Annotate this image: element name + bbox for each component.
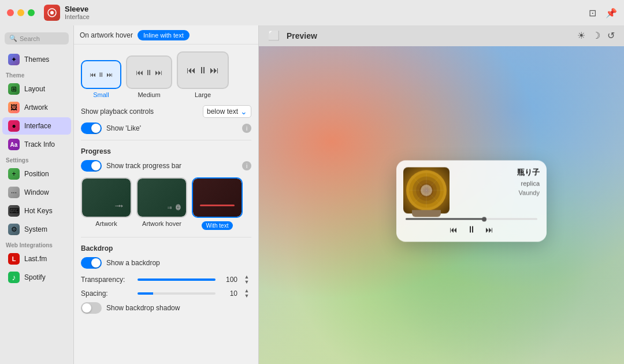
settings-section-label: Settings [0,154,73,165]
inline-with-text-tab[interactable]: Inline with text [138,30,190,40]
transparency-row: Transparency: 100 ▲ ▼ [81,274,251,285]
sidebar-item-themes[interactable]: ✦ Themes [2,51,71,68]
size-large-button[interactable]: ⏮ ⏸ ⏭ [177,51,229,89]
size-medium-button[interactable]: ⏮ ⏸ ⏭ [126,55,172,89]
below-text-dropdown[interactable]: below text ⌄ [203,105,251,118]
track-progress-info-icon[interactable]: i [242,161,251,170]
trackinfo-icon: Aa [8,139,20,150]
position-icon: + [8,168,20,180]
transparency-label: Transparency: [81,276,133,284]
backdrop-shadow-label: Show backdrop shadow [106,304,251,312]
play-pause-button[interactable]: ⏸ [467,224,476,235]
track-progress-label: Show track progress bar [106,162,237,170]
interface-icon: ● [8,120,20,132]
style-artwork-hover-label: Artwork hover [142,220,181,227]
layout-icon: ⊞ [8,83,20,95]
album-art-container [403,167,450,213]
backdrop-shadow-row: Show backdrop shadow [81,302,251,314]
playback-controls-row: Show playback controls below text ⌄ [81,105,251,118]
artwork-icon: 🖼 [8,102,20,113]
album-art [403,167,450,213]
sidebar: 🔍 Search ✦ Themes Theme ⊞ Layout 🖼 Artwo… [0,25,74,364]
moon-icon[interactable]: ☽ [592,30,600,41]
refresh-icon[interactable]: ↺ [607,30,615,41]
show-backdrop-label: Show a backdrop [106,259,251,267]
size-option-large: ⏮ ⏸ ⏭ Large [177,51,229,98]
backdrop-shadow-toggle[interactable] [81,302,102,314]
sidebar-item-interface[interactable]: ● Interface [2,117,71,135]
svg-point-7 [423,187,430,194]
sidebar-item-trackinfo[interactable]: Aa Track Info [2,136,71,153]
style-artwork-label: Artwork [95,220,117,227]
spacing-slider[interactable] [138,292,216,295]
app-title-block: Sleeve Interface [65,5,90,21]
main-content: 🔍 Search ✦ Themes Theme ⊞ Layout 🖼 Artwo… [0,25,624,364]
size-large-label: Large [195,91,211,98]
sun-icon[interactable]: ☀ [577,30,585,41]
hotkeys-icon: ⌨ [8,205,20,217]
style-option-artwork-hover: → ⚙ Artwork hover [136,177,187,230]
sidebar-item-lastfm[interactable]: L Last.fm [2,250,71,268]
track-artist: replica [455,180,540,187]
sidebar-item-layout[interactable]: ⊞ Layout [2,80,71,98]
style-artwork-button[interactable]: → [81,177,132,218]
album-art-stand [412,210,441,217]
preview-title: Preview [287,31,317,40]
search-bar[interactable]: 🔍 Search [5,32,69,44]
transparency-slider[interactable] [138,278,216,281]
style-with-text-button[interactable] [192,177,243,218]
size-small-button[interactable]: ⏮ ⏸ ⏭ [81,60,121,89]
show-like-info-icon[interactable]: i [242,124,251,133]
sidebar-label-themes: Themes [24,55,49,64]
style-artwork-hover-button[interactable]: → ⚙ [136,177,187,218]
transparency-down-icon[interactable]: ▼ [242,280,251,285]
separator-2 [81,237,251,237]
track-title: 瓶り子 [455,167,540,177]
playback-controls-label: Show playback controls [81,107,198,116]
track-progress-toggle[interactable] [81,160,102,172]
show-backdrop-toggle[interactable] [81,257,102,269]
progress-bar-container [403,218,540,220]
style-option-artwork: → Artwork [81,177,132,230]
titlebar-icons: ⊡ 📌 [589,8,617,18]
sidebar-item-window[interactable]: ··· Window [2,184,71,201]
track-progress-row: Show track progress bar i [81,160,251,172]
progress-bar[interactable] [406,218,537,220]
settings-panel: On artwork hover Inline with text ⏮ ⏸ ⏭ … [74,25,259,364]
sidebar-item-hotkeys[interactable]: ⌨ Hot Keys [2,202,71,220]
app-subtitle: Interface [65,13,90,21]
size-options: ⏮ ⏸ ⏭ Small ⏮ ⏸ ⏭ Medium ⏮ ⏸ ⏭ Large [81,51,251,98]
size-small-label: Small [93,91,109,98]
show-like-row: Show 'Like' i [81,122,251,134]
spacing-label: Spacing: [81,289,133,298]
music-widget: 瓶り子 replica Vaundy ⏮ ⏸ ⏭ [396,160,547,242]
close-button[interactable] [7,9,14,16]
preview-monitor-icon: ⬜ [268,30,280,41]
spacing-down-icon[interactable]: ▼ [242,294,251,299]
minimize-button[interactable] [17,9,24,16]
size-option-small: ⏮ ⏸ ⏭ Small [81,60,121,98]
sidebar-label-system: System [24,225,47,233]
next-button[interactable]: ⏭ [485,225,493,234]
pin-icon[interactable]: 📌 [606,8,617,18]
track-album: Vaundy [455,189,540,196]
settings-content: ⏮ ⏸ ⏭ Small ⏮ ⏸ ⏭ Medium ⏮ ⏸ ⏭ Large [74,44,258,326]
below-text-value: below text [207,107,238,116]
show-like-label: Show 'Like' [106,124,237,132]
transparency-value: 100 [220,276,237,284]
sidebar-label-trackinfo: Track Info [24,140,55,148]
share-icon[interactable]: ⊡ [589,8,596,18]
sidebar-item-position[interactable]: + Position [2,165,71,183]
maximize-button[interactable] [28,9,35,16]
sidebar-item-spotify[interactable]: ♪ Spotify [2,269,71,286]
show-like-toggle[interactable] [81,122,102,134]
traffic-lights [7,9,35,16]
controls-row: ⏮ ⏸ ⏭ [403,224,540,235]
spacing-stepper[interactable]: ▲ ▼ [242,288,251,299]
app-icon [44,5,60,21]
sidebar-item-artwork[interactable]: 🖼 Artwork [2,99,71,116]
prev-button[interactable]: ⏮ [450,225,458,234]
transparency-stepper[interactable]: ▲ ▼ [242,274,251,285]
sidebar-item-system[interactable]: ⚙ System [2,221,71,238]
size-medium-label: Medium [138,91,160,98]
